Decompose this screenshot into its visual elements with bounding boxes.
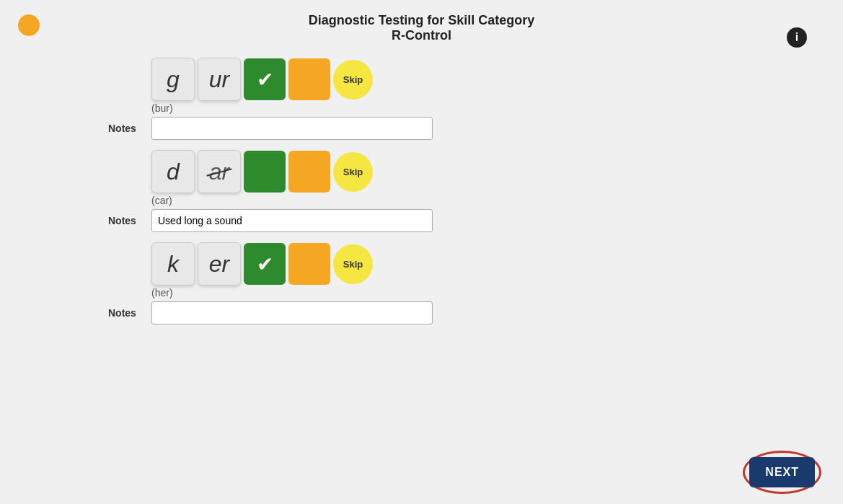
notes-row-2: Notes [108, 209, 433, 232]
word-row-1: g ur ✔ Skip [151, 58, 433, 101]
word-hint-3: (her) [151, 287, 433, 299]
next-button-wrapper: NEXT [743, 451, 821, 494]
main-content: g ur ✔ Skip (bur) Notes d ar Skip ( [0, 50, 843, 329]
word-row-3: k er ✔ Skip [151, 242, 433, 286]
next-button[interactable]: NEXT [749, 457, 815, 487]
skip-button-3[interactable]: Skip [333, 244, 373, 284]
word-hint-1: (bur) [151, 102, 433, 114]
skip-button-1[interactable]: Skip [333, 60, 373, 100]
question-block-1: g ur ✔ Skip (bur) Notes [108, 58, 433, 140]
page-header: Diagnostic Testing for Skill Category R-… [0, 0, 843, 50]
next-button-ring: NEXT [743, 451, 821, 494]
letter-g: g [151, 58, 195, 101]
wrong-button-2[interactable] [288, 151, 330, 193]
letter-d: d [151, 150, 195, 193]
letter-ur: ur [198, 58, 241, 101]
strikethrough-ar: ar [209, 159, 229, 185]
word-hint-2: (car) [151, 195, 433, 206]
notes-input-3[interactable] [151, 301, 433, 324]
avatar-icon [18, 14, 40, 36]
notes-label-3: Notes [108, 307, 144, 319]
correct-button-2[interactable] [244, 151, 286, 193]
checkmark-icon-1: ✔ [257, 68, 273, 92]
question-block-3: k er ✔ Skip (her) Notes [108, 242, 433, 324]
question-block-2: d ar Skip (car) Notes [108, 150, 433, 232]
header-title-line2: R-Control [0, 28, 843, 43]
letter-er: er [198, 242, 241, 286]
notes-label-2: Notes [108, 215, 144, 226]
info-icon[interactable]: i [787, 27, 807, 48]
letter-ar: ar [198, 150, 241, 193]
skip-button-2[interactable]: Skip [333, 152, 373, 192]
notes-label-1: Notes [108, 123, 144, 134]
word-row-2: d ar Skip [151, 150, 433, 193]
correct-button-3[interactable]: ✔ [244, 243, 286, 285]
notes-row-1: Notes [108, 117, 433, 140]
notes-input-2[interactable] [151, 209, 433, 232]
letter-k: k [151, 242, 195, 286]
header-title-line1: Diagnostic Testing for Skill Category [0, 13, 843, 28]
correct-button-1[interactable]: ✔ [244, 58, 286, 100]
notes-row-3: Notes [108, 301, 433, 324]
checkmark-icon-3: ✔ [257, 252, 273, 276]
wrong-button-1[interactable] [288, 58, 330, 100]
notes-input-1[interactable] [151, 117, 433, 140]
wrong-button-3[interactable] [288, 243, 330, 285]
